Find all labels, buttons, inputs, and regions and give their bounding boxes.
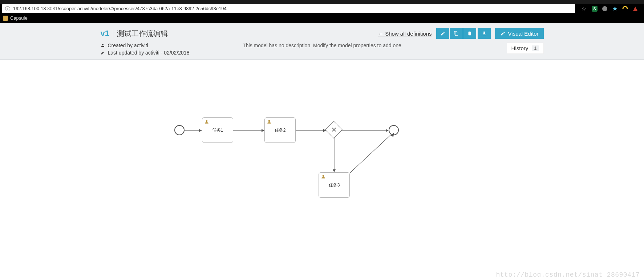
url-port: :8081	[46, 6, 58, 11]
extension-icon-1[interactable]: S	[592, 6, 598, 12]
gateway-x-icon: ✕	[328, 124, 340, 136]
bookmark-star-icon[interactable]: ☆	[582, 6, 587, 12]
bpmn-task-1[interactable]: 任务1	[202, 117, 233, 143]
svg-point-2	[602, 6, 607, 11]
url-field[interactable]: i 192.168.100.18:8081/scooper-activiti/m…	[2, 4, 575, 13]
svg-marker-5	[199, 129, 202, 132]
user-task-icon	[321, 174, 326, 179]
download-button[interactable]	[478, 28, 491, 39]
svg-text:S: S	[593, 7, 596, 11]
bpmn-end-event[interactable]	[389, 125, 399, 135]
svg-line-14	[350, 134, 392, 173]
user-icon	[101, 43, 105, 48]
sequence-flow	[296, 130, 326, 131]
bpmn-task-2[interactable]: 任务2	[264, 117, 296, 143]
edit-button[interactable]	[436, 28, 449, 39]
bpmn-gateway-exclusive[interactable]: ✕	[325, 121, 343, 138]
process-title: 测试工作流编辑	[117, 29, 168, 39]
task-label: 任务1	[212, 127, 223, 133]
edit-check-icon	[500, 31, 505, 36]
created-by-text: Created by activiti	[108, 43, 148, 48]
show-all-definitions-link[interactable]: Show all definitions	[378, 31, 432, 37]
svg-marker-13	[333, 169, 336, 172]
trash-icon	[467, 31, 472, 36]
download-icon	[482, 31, 487, 36]
extension-icon-4[interactable]	[622, 6, 628, 12]
info-icon: i	[5, 6, 10, 11]
browser-extension-icons: ☆ S	[578, 6, 642, 12]
bookmark-favicon	[3, 16, 8, 21]
history-count: 1	[532, 45, 539, 51]
task-label: 任务3	[329, 182, 340, 188]
last-updated-text: Last updated by activiti - 02/02/2018	[108, 50, 190, 56]
delete-button[interactable]	[463, 28, 476, 39]
extension-icon-3[interactable]	[612, 6, 618, 12]
sequence-flow	[233, 130, 264, 131]
user-task-icon	[204, 119, 209, 124]
url-host: 192.168.100.18	[13, 6, 46, 11]
sequence-flow	[350, 132, 397, 176]
browser-address-bar: i 192.168.100.18:8081/scooper-activiti/m…	[0, 4, 644, 13]
history-label: History	[511, 45, 528, 51]
meta-row: Created by activiti Last updated by acti…	[101, 43, 544, 56]
version-label: v1	[101, 29, 113, 38]
pencil-small-icon	[101, 51, 105, 55]
browser-chrome: i 192.168.100.18:8081/scooper-activiti/m…	[0, 0, 644, 23]
toolbar	[436, 28, 476, 39]
description-placeholder: This model has no description. Modify th…	[243, 43, 401, 48]
canvas-area[interactable]: 任务1 任务2 ✕ 任务3	[0, 60, 644, 277]
title-row: v1 测试工作流编辑 Show all definitions	[101, 28, 544, 39]
watermark-text: http://blog.csdn.net/sinat_28690417	[496, 271, 640, 277]
svg-marker-7	[262, 129, 264, 132]
url-path: /scooper-activiti/modeler/#/processes/47…	[58, 6, 227, 11]
last-updated-line: Last updated by activiti - 02/02/2018	[101, 50, 190, 56]
pencil-icon	[440, 31, 445, 36]
history-button[interactable]: History 1	[507, 43, 544, 54]
visual-editor-button[interactable]: Visual Editor	[495, 28, 544, 39]
extension-icon-5[interactable]	[632, 6, 638, 12]
svg-marker-11	[386, 129, 389, 132]
page-header: v1 测试工作流编辑 Show all definitions	[0, 23, 644, 60]
task-label: 任务2	[275, 127, 286, 133]
sequence-flow	[333, 137, 335, 172]
svg-marker-3	[633, 7, 637, 11]
extension-icon-2[interactable]	[602, 6, 608, 12]
bookmark-bar: Capsule	[0, 13, 644, 23]
bpmn-start-event[interactable]	[174, 125, 185, 135]
sequence-flow	[185, 130, 202, 131]
bookmark-item-capsule[interactable]: Capsule	[3, 15, 28, 21]
copy-icon	[454, 31, 459, 36]
visual-editor-label: Visual Editor	[508, 31, 539, 37]
created-by-line: Created by activiti	[101, 43, 190, 48]
sequence-flow	[341, 130, 389, 131]
duplicate-button[interactable]	[450, 28, 463, 39]
bookmark-label: Capsule	[10, 15, 28, 21]
bpmn-task-3[interactable]: 任务3	[319, 172, 350, 198]
browser-tab-bar	[0, 0, 644, 4]
user-task-icon	[267, 119, 272, 124]
